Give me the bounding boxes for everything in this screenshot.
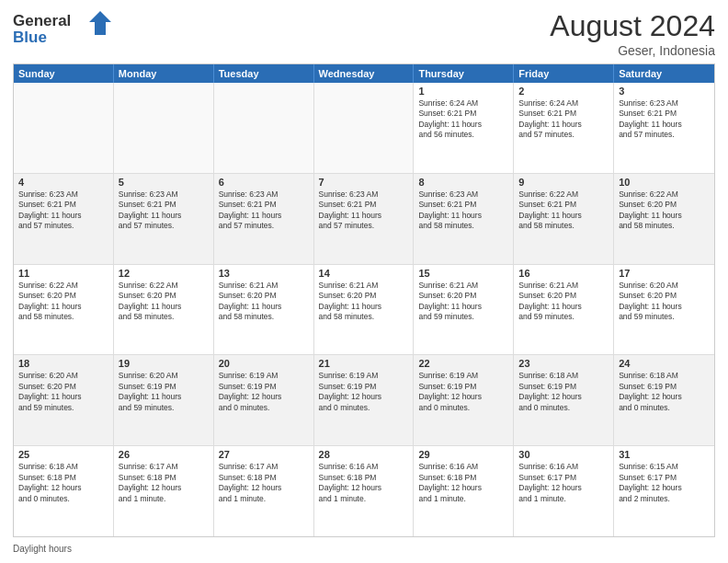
cell-info: Sunrise: 6:22 AM Sunset: 6:20 PM Dayligh… xyxy=(18,281,108,323)
calendar-body: 1Sunrise: 6:24 AM Sunset: 6:21 PM Daylig… xyxy=(14,83,714,536)
day-number: 5 xyxy=(119,177,209,188)
table-row: 10Sunrise: 6:22 AM Sunset: 6:20 PM Dayli… xyxy=(614,174,714,264)
day-number: 25 xyxy=(18,449,108,460)
month-year-title: August 2024 xyxy=(550,9,715,43)
day-number: 14 xyxy=(319,268,409,279)
day-number: 1 xyxy=(418,86,508,97)
day-number: 16 xyxy=(518,268,609,279)
day-number: 9 xyxy=(518,177,609,188)
cell-info: Sunrise: 6:23 AM Sunset: 6:21 PM Dayligh… xyxy=(418,190,508,232)
table-row xyxy=(114,83,214,173)
cal-week-row: 4Sunrise: 6:23 AM Sunset: 6:21 PM Daylig… xyxy=(14,174,714,265)
cell-info: Sunrise: 6:20 AM Sunset: 6:20 PM Dayligh… xyxy=(18,371,108,413)
day-number: 6 xyxy=(219,177,309,188)
day-number: 11 xyxy=(18,268,108,279)
cal-header-thursday: Thursday xyxy=(414,64,514,83)
day-number: 12 xyxy=(119,268,209,279)
cal-header-friday: Friday xyxy=(514,64,614,83)
cell-info: Sunrise: 6:18 AM Sunset: 6:18 PM Dayligh… xyxy=(18,462,108,504)
day-number: 30 xyxy=(518,449,609,460)
table-row: 1Sunrise: 6:24 AM Sunset: 6:21 PM Daylig… xyxy=(414,83,514,173)
cal-week-row: 18Sunrise: 6:20 AM Sunset: 6:20 PM Dayli… xyxy=(14,355,714,446)
cell-info: Sunrise: 6:19 AM Sunset: 6:19 PM Dayligh… xyxy=(219,371,309,413)
cal-header-sunday: Sunday xyxy=(14,64,114,83)
table-row: 15Sunrise: 6:21 AM Sunset: 6:20 PM Dayli… xyxy=(414,265,514,355)
cell-info: Sunrise: 6:21 AM Sunset: 6:20 PM Dayligh… xyxy=(219,281,309,323)
table-row: 30Sunrise: 6:16 AM Sunset: 6:17 PM Dayli… xyxy=(514,446,614,536)
table-row: 21Sunrise: 6:19 AM Sunset: 6:19 PM Dayli… xyxy=(314,355,415,445)
table-row: 16Sunrise: 6:21 AM Sunset: 6:20 PM Dayli… xyxy=(514,265,614,355)
cell-info: Sunrise: 6:24 AM Sunset: 6:21 PM Dayligh… xyxy=(518,98,609,141)
cell-info: Sunrise: 6:18 AM Sunset: 6:19 PM Dayligh… xyxy=(518,371,609,413)
cell-info: Sunrise: 6:23 AM Sunset: 6:21 PM Dayligh… xyxy=(219,190,309,232)
cal-header-tuesday: Tuesday xyxy=(214,64,314,83)
day-number: 15 xyxy=(418,268,508,279)
day-number: 22 xyxy=(418,358,508,369)
cal-header-wednesday: Wednesday xyxy=(314,64,415,83)
cell-info: Sunrise: 6:15 AM Sunset: 6:17 PM Dayligh… xyxy=(619,462,710,504)
cell-info: Sunrise: 6:19 AM Sunset: 6:19 PM Dayligh… xyxy=(418,371,508,413)
day-number: 13 xyxy=(219,268,309,279)
daylight-label: Daylight hours xyxy=(13,544,72,554)
cell-info: Sunrise: 6:20 AM Sunset: 6:19 PM Dayligh… xyxy=(119,371,209,413)
table-row xyxy=(314,83,415,173)
cal-header-monday: Monday xyxy=(114,64,214,83)
table-row: 18Sunrise: 6:20 AM Sunset: 6:20 PM Dayli… xyxy=(14,355,114,445)
table-row: 14Sunrise: 6:21 AM Sunset: 6:20 PM Dayli… xyxy=(314,265,415,355)
table-row: 11Sunrise: 6:22 AM Sunset: 6:20 PM Dayli… xyxy=(14,265,114,355)
cell-info: Sunrise: 6:16 AM Sunset: 6:18 PM Dayligh… xyxy=(319,462,409,504)
day-number: 2 xyxy=(518,86,609,97)
day-number: 4 xyxy=(18,177,108,188)
table-row: 20Sunrise: 6:19 AM Sunset: 6:19 PM Dayli… xyxy=(214,355,314,445)
table-row: 19Sunrise: 6:20 AM Sunset: 6:19 PM Dayli… xyxy=(114,355,214,445)
table-row: 13Sunrise: 6:21 AM Sunset: 6:20 PM Dayli… xyxy=(214,265,314,355)
table-row: 24Sunrise: 6:18 AM Sunset: 6:19 PM Dayli… xyxy=(614,355,714,445)
cell-info: Sunrise: 6:19 AM Sunset: 6:19 PM Dayligh… xyxy=(319,371,409,413)
day-number: 24 xyxy=(619,358,710,369)
day-number: 28 xyxy=(319,449,409,460)
cal-header-saturday: Saturday xyxy=(614,64,714,83)
day-number: 8 xyxy=(418,177,508,188)
table-row: 17Sunrise: 6:20 AM Sunset: 6:20 PM Dayli… xyxy=(614,265,714,355)
title-block: August 2024 Geser, Indonesia xyxy=(550,9,715,58)
table-row: 27Sunrise: 6:17 AM Sunset: 6:18 PM Dayli… xyxy=(214,446,314,536)
table-row: 2Sunrise: 6:24 AM Sunset: 6:21 PM Daylig… xyxy=(514,83,614,173)
cell-info: Sunrise: 6:22 AM Sunset: 6:21 PM Dayligh… xyxy=(518,190,609,232)
cell-info: Sunrise: 6:16 AM Sunset: 6:18 PM Dayligh… xyxy=(418,462,508,504)
table-row: 7Sunrise: 6:23 AM Sunset: 6:21 PM Daylig… xyxy=(314,174,415,264)
day-number: 21 xyxy=(319,358,409,369)
table-row: 6Sunrise: 6:23 AM Sunset: 6:21 PM Daylig… xyxy=(214,174,314,264)
cell-info: Sunrise: 6:16 AM Sunset: 6:17 PM Dayligh… xyxy=(518,462,609,504)
day-number: 20 xyxy=(219,358,309,369)
day-number: 17 xyxy=(619,268,710,279)
cell-info: Sunrise: 6:21 AM Sunset: 6:20 PM Dayligh… xyxy=(518,281,609,323)
table-row: 25Sunrise: 6:18 AM Sunset: 6:18 PM Dayli… xyxy=(14,446,114,536)
cal-week-row: 25Sunrise: 6:18 AM Sunset: 6:18 PM Dayli… xyxy=(14,446,714,536)
table-row: 23Sunrise: 6:18 AM Sunset: 6:19 PM Dayli… xyxy=(514,355,614,445)
day-number: 23 xyxy=(518,358,609,369)
cell-info: Sunrise: 6:22 AM Sunset: 6:20 PM Dayligh… xyxy=(619,190,710,232)
footer-note: Daylight hours xyxy=(13,541,715,554)
svg-text:General: General xyxy=(13,12,71,29)
table-row: 28Sunrise: 6:16 AM Sunset: 6:18 PM Dayli… xyxy=(314,446,415,536)
cell-info: Sunrise: 6:23 AM Sunset: 6:21 PM Dayligh… xyxy=(119,190,209,232)
table-row: 8Sunrise: 6:23 AM Sunset: 6:21 PM Daylig… xyxy=(414,174,514,264)
table-row xyxy=(14,83,114,173)
day-number: 29 xyxy=(418,449,508,460)
cell-info: Sunrise: 6:21 AM Sunset: 6:20 PM Dayligh… xyxy=(319,281,409,323)
table-row: 5Sunrise: 6:23 AM Sunset: 6:21 PM Daylig… xyxy=(114,174,214,264)
day-number: 26 xyxy=(119,449,209,460)
cal-week-row: 1Sunrise: 6:24 AM Sunset: 6:21 PM Daylig… xyxy=(14,83,714,174)
day-number: 7 xyxy=(319,177,409,188)
cell-info: Sunrise: 6:22 AM Sunset: 6:20 PM Dayligh… xyxy=(119,281,209,323)
svg-text:Blue: Blue xyxy=(13,29,47,46)
day-number: 19 xyxy=(119,358,209,369)
cell-info: Sunrise: 6:23 AM Sunset: 6:21 PM Dayligh… xyxy=(619,98,710,141)
day-number: 18 xyxy=(18,358,108,369)
cell-info: Sunrise: 6:24 AM Sunset: 6:21 PM Dayligh… xyxy=(418,98,508,141)
svg-marker-2 xyxy=(89,11,111,35)
day-number: 10 xyxy=(619,177,710,188)
logo: General Blue xyxy=(13,9,114,48)
table-row: 22Sunrise: 6:19 AM Sunset: 6:19 PM Dayli… xyxy=(414,355,514,445)
cell-info: Sunrise: 6:20 AM Sunset: 6:20 PM Dayligh… xyxy=(619,281,710,323)
